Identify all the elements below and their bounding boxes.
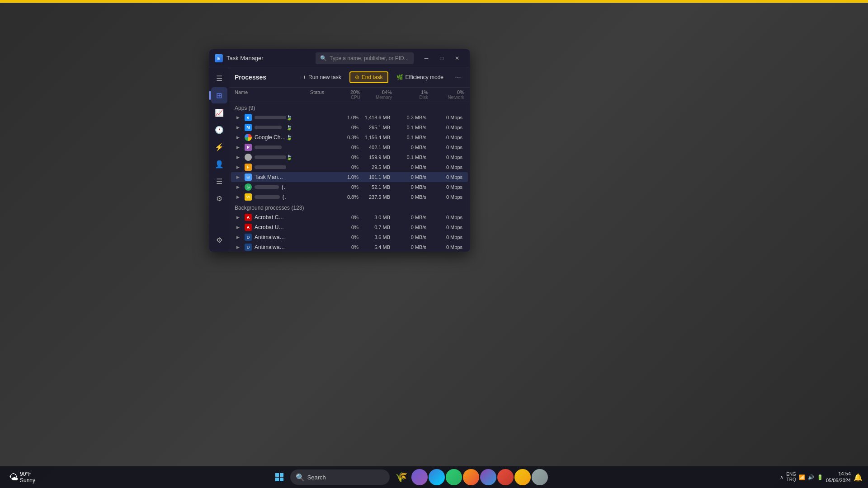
disk-stat: 0 MB/s: [390, 164, 426, 170]
cpu-stat: 0%: [322, 225, 359, 230]
expand-arrow: ▶: [236, 235, 242, 239]
network-stat: 0 Mbps: [426, 125, 462, 130]
maximize-button[interactable]: □: [434, 52, 449, 65]
taskbar-pinned-app-3[interactable]: [446, 469, 462, 485]
table-row[interactable]: ▶ e 🍃 1.0% 1,418.6 MB 0.3 MB/s 0 Mbps: [231, 113, 468, 122]
taskbar-search[interactable]: 🔍 Search: [290, 469, 390, 485]
table-row[interactable]: ▶ A Acrobat Update Service (32 bit) 0% 0…: [231, 222, 468, 232]
disk-stat: 0 MB/s: [390, 215, 426, 220]
tray-expand-icon[interactable]: ∧: [780, 474, 783, 480]
svg-rect-2: [275, 478, 279, 481]
expand-arrow: ▶: [236, 165, 242, 169]
cpu-stat: 0.8%: [322, 194, 359, 200]
taskbar-left: 🌤 90°F Sunny: [5, 469, 39, 485]
process-status: 🍃: [286, 115, 322, 121]
col-status-header[interactable]: Status: [288, 89, 324, 100]
start-button[interactable]: [271, 469, 288, 485]
taskbar-pinned-app-6[interactable]: [497, 469, 514, 485]
system-tray: ∧ ENG TRQ 📶 🔊 🔋 14:54 05/06/2024 🔔: [780, 470, 863, 484]
table-row[interactable]: ▶ Google Chrome (27) 🍃 0.3% 1,156.4 MB 0…: [231, 132, 468, 142]
process-icon: P: [245, 144, 252, 151]
taskbar-pinned-app-2[interactable]: [429, 469, 445, 485]
taskbar-search-label: Search: [307, 474, 326, 481]
weather-widget[interactable]: 🌤 90°F Sunny: [5, 469, 39, 485]
settings-button[interactable]: ⚙: [211, 232, 227, 248]
tray-icons: ∧: [780, 474, 783, 480]
memory-stat: 101.1 MB: [359, 174, 390, 180]
battery-icon[interactable]: 🔋: [817, 474, 823, 480]
sidebar-item-processes[interactable]: ⊞: [211, 87, 227, 103]
minimize-button[interactable]: ─: [419, 52, 434, 65]
taskbar-app-icons: 🌾: [392, 468, 548, 486]
run-new-task-button[interactable]: + Run new task: [298, 72, 346, 82]
table-row[interactable]: ▶ D Antimalware Core Service 0% 3.6 MB 0…: [231, 232, 468, 242]
col-memory-header[interactable]: 84% Memory: [360, 89, 392, 100]
sidebar-item-users[interactable]: 👤: [211, 156, 227, 172]
col-disk-header[interactable]: 1% Disk: [392, 89, 428, 100]
taskbar-center: 🔍 Search 🌾: [42, 468, 776, 486]
table-row[interactable]: ▶ F 0% 29.5 MB 0 MB/s 0 Mbps: [231, 162, 468, 172]
process-name-cell: ▶ D Antimalware Service Executable: [236, 244, 286, 251]
network-stat: 0 Mbps: [426, 235, 462, 240]
table-row[interactable]: ▶ A Acrobat Collaboration Synchr... 0% 3…: [231, 212, 468, 222]
process-icon: D: [245, 244, 252, 251]
language-indicator[interactable]: ENG TRQ: [786, 472, 796, 483]
top-accent-bar: [0, 0, 868, 3]
taskbar-pinned-app-5[interactable]: [480, 469, 496, 485]
process-name-cell: ▶ Google Chrome (27): [236, 134, 286, 141]
sidebar-item-services[interactable]: ⚙: [211, 190, 227, 206]
table-row[interactable]: ▶ W (3) 0.8% 237.5 MB 0 MB/s 0 Mbps: [231, 192, 468, 202]
table-row[interactable]: ▶ ⊞ Task Manager 1.0% 101.1 MB 0 MB/s 0 …: [231, 172, 468, 182]
sidebar-item-details[interactable]: ☰: [211, 173, 227, 189]
notification-icon: 🔔: [854, 474, 863, 481]
page-title: Processes: [235, 74, 295, 81]
expand-arrow: ▶: [236, 135, 242, 140]
cpu-stat: 0%: [322, 215, 359, 220]
task-manager-window: ⊞ Task Manager 🔍 Type a name, publisher,…: [209, 49, 470, 252]
process-name: (2): [282, 184, 286, 190]
table-row[interactable]: ▶ P 0% 402.1 MB 0 MB/s 0 Mbps: [231, 142, 468, 152]
taskbar-pinned-app-4[interactable]: [463, 469, 479, 485]
cpu-stat: 1.0%: [322, 174, 359, 180]
more-options-button[interactable]: ···: [452, 71, 464, 84]
table-row[interactable]: ▶ D Antimalware Service Executable 0% 5.…: [231, 242, 468, 252]
volume-icon[interactable]: 🔊: [808, 474, 814, 480]
table-row[interactable]: ▶ G (2) 0% 52.1 MB 0 MB/s 0 Mbps: [231, 182, 468, 192]
cpu-stat: 0.3%: [322, 135, 359, 140]
efficiency-mode-button[interactable]: 🌿 Efficiency mode: [392, 72, 448, 82]
title-bar: ⊞ Task Manager 🔍 Type a name, publisher,…: [209, 49, 470, 67]
close-button[interactable]: ✕: [450, 52, 464, 65]
window-controls: ─ □ ✕: [419, 52, 464, 65]
memory-stat: 265.1 MB: [359, 125, 390, 130]
search-icon: 🔍: [320, 55, 327, 61]
taskbar-app-widget[interactable]: 🌾: [392, 468, 410, 486]
process-name-cell: ▶: [236, 154, 286, 161]
col-network-header[interactable]: 0% Network: [428, 89, 464, 100]
clock[interactable]: 14:54 05/06/2024: [826, 470, 851, 484]
taskbar-pinned-app-1[interactable]: [411, 469, 428, 485]
process-icon: G: [245, 183, 252, 191]
search-bar[interactable]: 🔍 Type a name, publisher, or PID...: [316, 52, 414, 64]
table-row[interactable]: ▶ M 🍃 0% 265.1 MB 0.1 MB/s 0 Mbps: [231, 122, 468, 132]
expand-arrow: ▶: [236, 145, 242, 150]
end-task-button[interactable]: ⊘ End task: [349, 71, 388, 83]
process-name: Acrobat Collaboration Synchr...: [255, 214, 286, 221]
process-icon: e: [245, 114, 252, 121]
col-name-header[interactable]: Name: [235, 89, 288, 100]
table-row[interactable]: ▶ 🍃 0% 159.9 MB 0.1 MB/s 0 Mbps: [231, 152, 468, 162]
sidebar-item-performance[interactable]: 📈: [211, 104, 227, 121]
notification-bell[interactable]: 🔔: [854, 473, 863, 482]
memory-stat: 237.5 MB: [359, 194, 390, 200]
col-cpu-header[interactable]: 20% CPU: [324, 89, 360, 100]
services-icon: ⚙: [216, 194, 222, 203]
taskbar-pinned-app-7[interactable]: [514, 469, 531, 485]
sidebar-item-app-history[interactable]: 🕐: [211, 122, 227, 138]
network-icon[interactable]: 📶: [799, 474, 805, 480]
network-stat: 0 Mbps: [426, 145, 462, 150]
process-icon: [245, 134, 252, 141]
status-leaf-icon: 🍃: [286, 115, 292, 120]
taskbar-pinned-app-8[interactable]: [532, 469, 548, 485]
search-placeholder: Type a name, publisher, or PID...: [330, 55, 409, 61]
sidebar-item-startup[interactable]: ⚡: [211, 139, 227, 155]
sidebar-menu-toggle[interactable]: ☰: [211, 71, 227, 85]
